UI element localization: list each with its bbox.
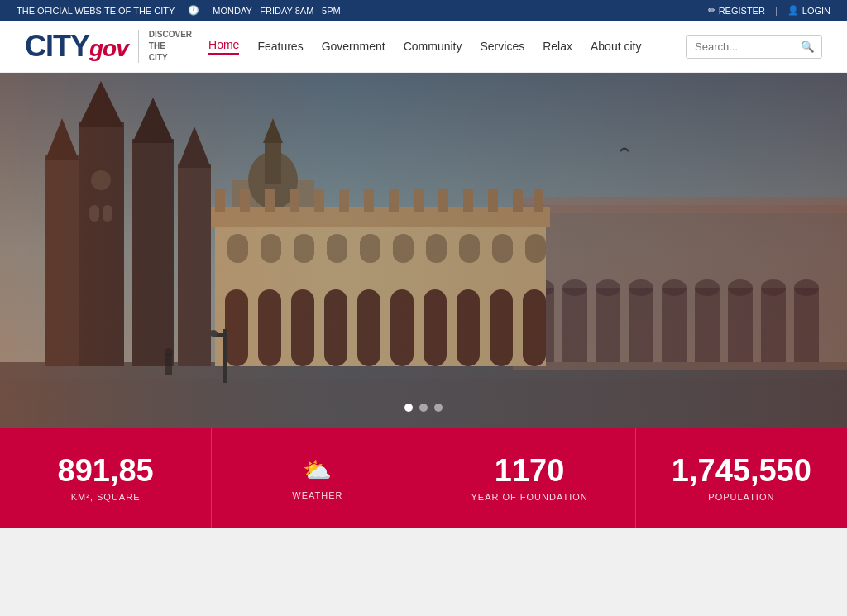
stat-weather: ⛅ WEATHER — [212, 428, 424, 528]
stat-foundation-label: YEAR OF FOUNDATION — [471, 492, 588, 502]
nav-features[interactable]: Features — [257, 40, 303, 53]
nav-about[interactable]: About city — [591, 40, 641, 53]
hero-section — [0, 73, 847, 428]
hours-text: MONDAY - FRIDAY 8AM - 5PM — [213, 6, 340, 16]
svg-rect-79 — [0, 73, 847, 428]
logo-divider — [138, 30, 139, 63]
slide-dot-2[interactable] — [419, 404, 428, 412]
search-icon: 🔍 — [801, 41, 815, 53]
stat-population-label: POPULATION — [708, 492, 774, 502]
tagline-line1: DISCOVER — [149, 29, 192, 41]
stat-square-label: KM², SQUARE — [71, 492, 141, 502]
login-label: LOGIN — [802, 6, 830, 16]
stat-population: 1,745,550 POPULATION — [636, 428, 847, 528]
pencil-icon: ✏ — [708, 5, 715, 16]
logo-area: CITYgov DISCOVER THE CITY — [25, 29, 192, 64]
stat-weather-label: WEATHER — [292, 490, 342, 500]
nav-home[interactable]: Home — [208, 38, 239, 55]
stat-square: 891,85 KM², SQUARE — [0, 428, 212, 528]
user-icon: 👤 — [787, 5, 799, 16]
nav-community[interactable]: Community — [404, 40, 462, 53]
stat-square-value: 891,85 — [58, 454, 154, 489]
bottom-area — [0, 528, 847, 569]
top-bar: THE OFICIAL WEBSITE OF THE CITY 🕐 MONDAY… — [0, 0, 847, 21]
logo-tagline: DISCOVER THE CITY — [149, 29, 192, 64]
official-text: THE OFICIAL WEBSITE OF THE CITY — [17, 6, 175, 16]
stat-foundation-value: 1170 — [495, 454, 565, 489]
search-area: 🔍 — [686, 35, 822, 59]
tagline-line3: CITY — [149, 52, 192, 64]
slide-dot-3[interactable] — [434, 404, 443, 412]
slider-dots — [404, 404, 443, 412]
nav-services[interactable]: Services — [480, 40, 524, 53]
slide-dot-1[interactable] — [404, 404, 413, 412]
clock-icon: 🕐 — [188, 5, 199, 16]
tagline-line2: THE — [149, 41, 192, 52]
register-label: REGISTER — [719, 6, 765, 16]
city-scene — [0, 73, 847, 428]
nav-relax[interactable]: Relax — [543, 40, 572, 53]
divider: | — [775, 6, 778, 16]
weather-icon: ⛅ — [303, 456, 332, 484]
stat-population-value: 1,745,550 — [672, 454, 811, 489]
top-bar-left: THE OFICIAL WEBSITE OF THE CITY 🕐 MONDAY… — [17, 5, 341, 16]
search-button[interactable]: 🔍 — [794, 36, 821, 58]
logo: CITYgov — [25, 31, 128, 61]
top-bar-right: ✏ REGISTER | 👤 LOGIN — [708, 5, 830, 16]
stat-foundation: 1170 YEAR OF FOUNDATION — [424, 428, 636, 528]
main-nav: Home Features Government Community Servi… — [208, 38, 669, 55]
header: CITYgov DISCOVER THE CITY Home Features … — [0, 21, 847, 73]
search-input[interactable] — [687, 36, 794, 58]
login-link[interactable]: 👤 LOGIN — [787, 5, 830, 16]
nav-government[interactable]: Government — [322, 40, 385, 53]
register-link[interactable]: ✏ REGISTER — [708, 5, 765, 16]
logo-gov: gov — [89, 36, 128, 61]
stats-bar: 891,85 KM², SQUARE ⛅ WEATHER 1170 YEAR O… — [0, 428, 847, 528]
